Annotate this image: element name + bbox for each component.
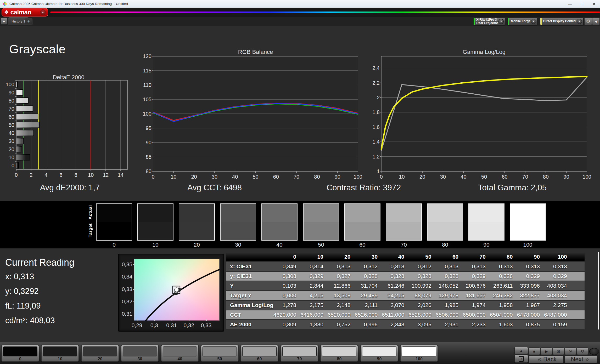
next-button[interactable]: Next»	[565, 355, 597, 363]
pattern-button-30[interactable]: 30	[121, 345, 159, 362]
strip-swatch-80	[427, 203, 463, 241]
cell-value: 6500,000	[463, 310, 490, 320]
play-measure-button[interactable]: ▶	[541, 348, 552, 355]
table-col-header-30: 30	[355, 252, 382, 261]
grayscale-page: Grayscale DeltaE 2000 RGB Balance Gamma …	[0, 26, 600, 201]
pattern-button-20[interactable]: 20	[81, 345, 119, 362]
calman-menu-button[interactable]: ❖ calman ▼	[2, 8, 48, 16]
pattern-level-label: 50	[201, 357, 238, 361]
cell-value: 0,313	[517, 261, 544, 271]
pattern-swatch	[362, 346, 396, 356]
table-col-header-90: 90	[517, 252, 544, 261]
cell-value: 2,931	[436, 320, 463, 329]
pattern-button-60[interactable]: 60	[240, 345, 278, 362]
tab-scroll-button[interactable]: ▶	[1, 18, 7, 25]
pattern-button-0[interactable]: 0	[1, 345, 39, 362]
svg-text:110: 110	[143, 82, 152, 88]
svg-text:12: 12	[103, 172, 109, 178]
stat-1: Avg CCT: 6498	[187, 183, 242, 192]
pattern-button-40[interactable]: 40	[161, 345, 199, 362]
row-filler	[571, 261, 585, 271]
svg-text:0: 0	[152, 174, 154, 180]
pattern-button-90[interactable]: 90	[360, 345, 398, 362]
bottom-section: Current Reading x: 0,313 y: 0,3292 fL: 1…	[0, 248, 600, 342]
row-label: y: CIE31	[226, 271, 273, 281]
svg-text:60: 60	[502, 174, 507, 180]
pattern-button-50[interactable]: 50	[201, 345, 239, 362]
pattern-window-toggle-button[interactable]: ▪	[514, 355, 528, 363]
back-button[interactable]: «Back	[529, 355, 564, 363]
pattern-button-10[interactable]: 10	[41, 345, 79, 362]
cie-x-tick: 0,32	[180, 322, 198, 328]
svg-text:60: 60	[273, 174, 279, 180]
gear-icon[interactable]: ⚙	[584, 18, 592, 25]
pattern-button-80[interactable]: 80	[320, 345, 358, 362]
cell-value: 0,159	[544, 320, 571, 329]
chevron-left-icon: «	[536, 356, 543, 363]
cell-value: 54,215	[382, 291, 408, 300]
cell-value: 0,313	[436, 261, 463, 271]
strip-swatch-level-label: 60	[344, 242, 380, 248]
pattern-swatch	[43, 346, 77, 356]
cie-x-tick: 0,29	[128, 322, 146, 328]
row-filler	[571, 300, 585, 310]
pattern-swatch	[322, 346, 356, 356]
cell-value: 1,985	[436, 300, 463, 310]
pattern-level-label: 40	[161, 357, 198, 361]
device-dropdown-0[interactable]: X-Rite i1Pro 3Rear Projector▼	[473, 18, 505, 25]
cell-value: 0,309	[273, 320, 301, 329]
cie-y-tickmark	[133, 302, 134, 302]
cell-value: 2,275	[544, 300, 571, 310]
table-col-header-10: 10	[300, 252, 328, 261]
cell-value: 2,343	[382, 320, 408, 329]
device-dropdown-1[interactable]: Mobile Forge▼	[508, 18, 537, 25]
cell-value: 0,875	[517, 320, 544, 329]
svg-text:40: 40	[9, 130, 14, 136]
cell-value: 0,328	[382, 271, 408, 281]
device-dropdown-2[interactable]: Direct Display Control▼	[540, 18, 583, 25]
page-title: Grayscale	[9, 42, 66, 56]
stat-3: Total Gamma: 2,05	[478, 183, 547, 192]
table-row: Gamma Log/Log1,2782,1752,1482,1112,0702,…	[226, 300, 585, 310]
pattern-swatch	[402, 346, 436, 356]
row-label: CCT	[226, 310, 273, 320]
cie-plot-area	[134, 259, 220, 321]
pattern-button-70[interactable]: 70	[281, 345, 318, 362]
continuous-measure-button[interactable]: ∞	[565, 348, 576, 355]
cell-value: 0,313	[382, 261, 408, 271]
maximize-button[interactable]: □	[576, 0, 588, 8]
scrollbar[interactable]	[598, 252, 599, 329]
cie-x-tick: 0,31	[162, 322, 181, 328]
pattern-button-100[interactable]: 100	[400, 345, 438, 362]
svg-text:1,8: 1,8	[372, 109, 380, 115]
measurement-table: 0102030405060708090100x: CIE310,3490,314…	[226, 252, 585, 330]
cell-value: 61,246	[382, 281, 408, 291]
add-tab-button[interactable]: +	[25, 18, 32, 25]
cell-value: 246,382	[490, 291, 517, 300]
minimize-button[interactable]: —	[564, 0, 576, 8]
actual-patch	[345, 204, 380, 222]
cell-value: 0,313	[544, 261, 571, 271]
device-status-bar	[508, 18, 509, 25]
collapse-panel-button[interactable]: ◀	[592, 18, 600, 25]
deltae-bar-chart: 100908070605040302010002468101214	[5, 76, 133, 180]
pattern-swatch	[123, 346, 157, 356]
row-label: Target Y	[226, 291, 273, 300]
cie-plot-overlay	[134, 259, 220, 321]
close-button[interactable]: ✕	[588, 0, 600, 8]
stop-measure-button[interactable]: ■	[529, 348, 540, 355]
repeat-measure-button[interactable]: ↻	[577, 348, 588, 355]
reading-fl: fL: 119,09	[5, 301, 41, 311]
cie-y-tickmark	[133, 277, 134, 277]
svg-text:100: 100	[143, 111, 152, 117]
svg-text:115: 115	[143, 68, 152, 73]
svg-text:70: 70	[294, 174, 299, 180]
svg-text:1,4: 1,4	[372, 139, 380, 145]
pattern-swatch	[203, 346, 237, 356]
cell-value: 1,278	[273, 300, 301, 310]
pattern-window-up-button[interactable]: ▲	[514, 347, 528, 354]
pattern-source-button[interactable]: ⊡	[553, 348, 564, 355]
pattern-swatch	[242, 346, 277, 356]
table-row: CCT4620,0006416,0006520,0006526,0006511,…	[226, 310, 585, 320]
cell-value: 0,313	[328, 261, 355, 271]
